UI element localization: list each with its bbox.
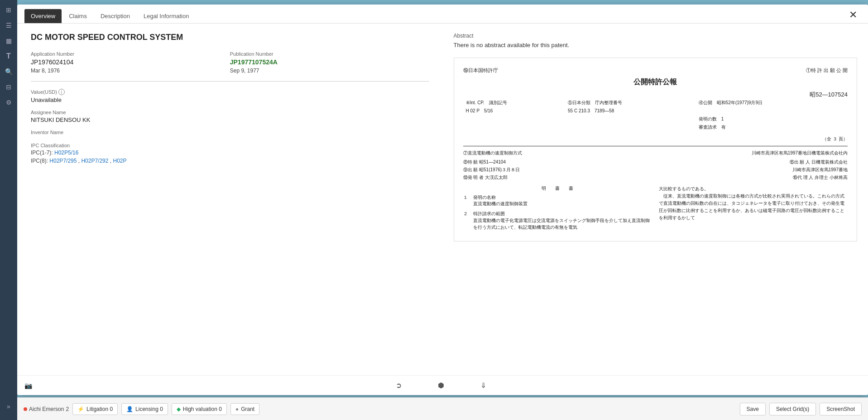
application-date: Mar 8, 1976: [31, 68, 230, 74]
home-icon[interactable]: ⊞: [2, 4, 15, 16]
tab-bar: Overview Claims Description Legal Inform…: [17, 5, 868, 24]
screenshot-button[interactable]: ScreenShot: [820, 403, 862, 415]
abstract-label: Abstract: [454, 33, 858, 39]
cube-icon[interactable]: ⬢: [438, 381, 444, 390]
licensing-tag[interactable]: 👤 Licensing 0: [121, 403, 168, 415]
doc-inventor-left: ⑩発 明 者 大渓広太郎: [463, 174, 508, 181]
doc-title-jp: 公開特許公報: [463, 77, 848, 87]
search-icon[interactable]: 🔍: [2, 65, 15, 78]
expand-icon[interactable]: ➲: [396, 381, 402, 390]
status-name: Aichi Emerson: [29, 406, 64, 412]
close-button[interactable]: ✕: [845, 10, 861, 20]
doc-meta-int-cp: ⑥Int. CP. 識別記号: [463, 99, 566, 107]
doc-body-header: 明 書 書: [463, 185, 652, 192]
grant-icon: ●: [235, 406, 239, 412]
layers-icon[interactable]: ☰: [2, 19, 15, 32]
doc-num-2: ２: [463, 211, 470, 231]
tab-overview[interactable]: Overview: [24, 9, 62, 23]
ipc-8-link-1[interactable]: H02P7/295: [49, 158, 77, 164]
download-icon[interactable]: ⇓: [480, 381, 486, 390]
doc-number-right: 昭52—107524: [463, 91, 848, 99]
high-valuation-tag[interactable]: ◆ High valuation 0: [172, 403, 227, 415]
more-icon[interactable]: »: [2, 400, 15, 413]
doc-body: 明 書 書 １ 発明の名称 直流電動機の速度制御装置 ２ 特許請求の範囲: [463, 185, 848, 232]
value-value: Unavailable: [31, 97, 429, 103]
patent-document: ⑲日本国特許庁 ①特 許 出 願 公 開 公開特許公報 昭52—107524 ⑥…: [454, 58, 858, 241]
doc-special-row: ⑧特 願 昭51—24104 ⑮出 願 人 日機電装株式会社: [463, 159, 848, 165]
status-item: Aichi Emerson 2: [24, 406, 69, 412]
doc-row-2: ２ 特許請求の範囲 直流電動機の電子化電源電圧は交流電源をスイッチング制御手段を…: [463, 211, 652, 231]
settings-icon[interactable]: ⚙: [2, 96, 15, 109]
doc-section1-val: 直流電動機の速度制御装置: [473, 201, 528, 207]
litigation-icon: ⚡: [77, 406, 84, 412]
publication-number-label: Publication Number: [230, 51, 429, 57]
select-grids-button[interactable]: Select Grid(s): [769, 403, 816, 415]
tab-legal-information[interactable]: Legal Information: [137, 9, 195, 23]
ipc-8-prefix: IPC(8):: [31, 158, 48, 164]
bottom-toolbar: Aichi Emerson 2 ⚡ Litigation 0 👤 Licensi…: [17, 397, 868, 420]
doc-row-1: １ 発明の名称 直流電動機の速度制御装置: [463, 194, 652, 207]
tab-description[interactable]: Description: [94, 9, 136, 23]
grid-icon[interactable]: ⊟: [2, 81, 15, 93]
application-number-value: JP1976024104: [31, 58, 230, 66]
value-info-icon[interactable]: i: [58, 89, 65, 95]
right-panel: Abstract There is no abstract available …: [443, 24, 868, 375]
application-number-col: Application Number JP1976024104 Mar 8, 1…: [31, 51, 230, 74]
doc-inventor-row: ⑩発 明 者 大渓広太郎 ⑯代 理 人 弁理士 小林将高: [463, 174, 848, 181]
doc-meta-pubdate: ④公開 昭和52年(1977)9月9日: [696, 99, 848, 107]
litigation-label: Litigation 0: [86, 406, 113, 412]
ipc-label: IPC Classification: [31, 143, 429, 148]
assignee-label: Assignee Name: [31, 110, 429, 115]
doc-section2-val: 直流電動機の電子化電源電圧は交流電源をスイッチング制御手段を介して加え直流制御を…: [473, 217, 652, 231]
doc-section1-label: 発明の名称: [473, 194, 528, 201]
value-label: Value(USD) i: [31, 89, 429, 95]
doc-meta-audit: 審査請求 有: [696, 123, 848, 131]
licensing-icon: 👤: [126, 406, 133, 412]
doc-meta-jp-class: ⑤日本分類 庁内整理番号: [565, 99, 696, 107]
assignee-value: NITSUKI DENSOU KK: [31, 116, 429, 123]
ipc-row-8: IPC(8): H02P7/295 , H02P7/292 , H02P: [31, 158, 429, 164]
bottom-right: Save Select Grid(s) ScreenShot: [740, 403, 862, 415]
ipc-8-link-3[interactable]: H02P: [113, 158, 126, 164]
publication-number-col: Publication Number JP1977107524A Sep 9, …: [230, 51, 429, 74]
camera-small-icon: 📷: [24, 382, 32, 389]
ipc-1-link[interactable]: H02P5/16: [54, 150, 78, 156]
doc-header-right: ①特 許 出 願 公 開: [806, 67, 848, 74]
publication-number-value[interactable]: JP1977107524A: [230, 58, 429, 66]
doc-app-row: ⑨出 願 昭51(1976)３月８日 川崎市高津区有馬1997番地: [463, 167, 848, 173]
litigation-tag[interactable]: ⚡ Litigation 0: [72, 403, 118, 415]
grant-tag[interactable]: ● Grant: [230, 403, 259, 415]
diamond-icon: ◆: [177, 406, 181, 412]
save-button[interactable]: Save: [740, 403, 766, 415]
patent-modal: Overview Claims Description Legal Inform…: [17, 5, 868, 395]
ipc-field: IPC Classification IPC(1-7): H02P5/16 IP…: [31, 143, 429, 164]
doc-meta-table: ⑥Int. CP. 識別記号 ⑤日本分類 庁内整理番号 ④公開 昭和52年(19…: [463, 99, 848, 131]
status-dot: [24, 407, 27, 411]
doc-section2-label: 特許請求の範囲: [473, 211, 652, 217]
doc-app-date: ⑨出 願 昭51(1976)３月８日: [463, 167, 520, 173]
patent-title: DC MOTOR SPEED CONTROL SYSTEM: [31, 33, 429, 42]
ipc-8-link-2[interactable]: H02P7/292: [81, 158, 108, 164]
sidebar: ⊞ ☰ ▦ T 🔍 ⊟ ⚙ »: [0, 0, 17, 420]
doc-header-left: ⑲日本国特許庁: [463, 67, 498, 74]
doc-invention-title: ⑦直流電動機の速度制御方式: [463, 150, 522, 156]
panel-footer: 📷 ➲ ⬢ ⇓: [17, 375, 868, 395]
doc-special-left: ⑧特 願 昭51—24104: [463, 159, 506, 165]
patent-numbers: Application Number JP1976024104 Mar 8, 1…: [31, 51, 429, 74]
divider-1: [31, 81, 429, 82]
grant-label: Grant: [241, 406, 254, 412]
tab-claims[interactable]: Claims: [62, 9, 93, 23]
publication-date: Sep 9, 1977: [230, 68, 429, 74]
doc-meta-invention-count: 発明の数 1: [696, 115, 848, 123]
doc-right-line3: 川崎市高津区有馬1997番地: [792, 167, 848, 173]
left-panel: DC MOTOR SPEED CONTROL SYSTEM Applicatio…: [17, 24, 443, 375]
doc-body-right: 大比較するものである。 従来、直流電動機の速度取制御には各種の方式が比較され実用…: [659, 185, 848, 232]
bar-chart-icon[interactable]: ▦: [2, 34, 15, 47]
doc-meta-h02p: H 02 P 5/16: [463, 107, 566, 115]
content-area: DC MOTOR SPEED CONTROL SYSTEM Applicatio…: [17, 24, 868, 375]
text-icon[interactable]: T: [2, 50, 15, 63]
licensing-label: Licensing 0: [135, 406, 163, 412]
doc-body-left: 明 書 書 １ 発明の名称 直流電動機の速度制御装置 ２ 特許請求の範囲: [463, 185, 652, 232]
doc-right-address: 川崎市高津区有馬1997番地日機電装株式会社内: [752, 150, 848, 156]
abstract-text: There is no abstract available for this …: [454, 42, 858, 48]
